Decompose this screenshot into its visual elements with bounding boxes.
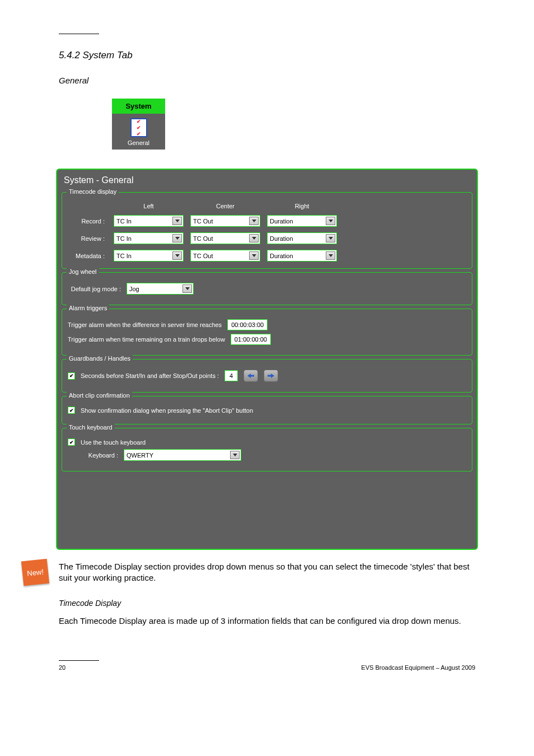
svg-marker-4 — [252, 237, 256, 240]
svg-marker-2 — [329, 220, 333, 222]
select-value: Jog — [129, 286, 139, 292]
svg-marker-5 — [329, 237, 333, 240]
metadata-left-select[interactable]: TC In — [114, 250, 184, 262]
svg-marker-0 — [175, 220, 180, 222]
legend: Timecode display — [67, 188, 119, 195]
footer-rule — [59, 660, 99, 661]
record-center-select[interactable]: TC Out — [190, 215, 260, 227]
select-value: QWERTY — [127, 452, 153, 459]
keyboard-label: Keyboard : — [68, 452, 118, 459]
header-rule — [59, 34, 99, 34]
group-timecode-display: Timecode display Left Center Right Recor… — [62, 192, 472, 269]
guardbands-value[interactable]: 4 — [224, 370, 238, 381]
guardbands-increment-button[interactable] — [264, 370, 278, 382]
system-general-panel: System - General Timecode display Left C… — [56, 169, 478, 550]
footer-text: EVS Broadcast Equipment – August 2009 — [361, 664, 475, 671]
select-value: Duration — [270, 218, 293, 225]
metadata-right-select[interactable]: Duration — [267, 250, 337, 262]
col-header-center: Center — [190, 203, 260, 209]
alarm-server-time-value[interactable]: 00:00:03:00 — [227, 319, 268, 330]
select-value: TC Out — [193, 218, 213, 225]
svg-marker-3 — [175, 237, 180, 240]
select-value: TC Out — [193, 235, 213, 242]
record-right-select[interactable]: Duration — [267, 215, 337, 227]
system-tab-figure: System ✔✔✔ General — [112, 99, 165, 150]
svg-marker-12 — [271, 374, 274, 378]
select-value: Duration — [270, 235, 293, 242]
group-guardbands: Guardbands / Handles ✔ Seconds before St… — [62, 359, 472, 393]
alarm-server-time-label: Trigger alarm when the difference in ser… — [68, 321, 222, 328]
record-left-select[interactable]: TC In — [114, 215, 184, 227]
legend: Guardbands / Handles — [67, 355, 133, 362]
use-touch-keyboard-checkbox[interactable]: ✔ — [68, 438, 75, 446]
chevron-down-icon — [249, 234, 259, 242]
abort-confirmation-checkbox[interactable]: ✔ — [68, 407, 75, 414]
guardbands-decrement-button[interactable] — [243, 370, 258, 382]
guardbands-label: Seconds before Start/In and after Stop/O… — [81, 372, 219, 379]
chevron-down-icon — [249, 217, 259, 225]
panel-title: System - General — [59, 172, 475, 190]
legend: Touch keyboard — [67, 424, 115, 431]
legend: Abort clip confirmation — [67, 392, 132, 399]
group-abort-clip: Abort clip confirmation ✔ Show confirmat… — [62, 396, 472, 424]
chevron-down-icon — [182, 284, 192, 293]
tab-body-general: ✔✔✔ General — [112, 114, 165, 150]
subsection-heading: General — [59, 76, 478, 85]
chevron-down-icon — [230, 451, 240, 459]
svg-marker-8 — [329, 254, 333, 257]
row-label-record: Record : — [68, 218, 107, 225]
alarm-train-time-value[interactable]: 01:00:00:00 — [231, 334, 271, 345]
select-value: TC In — [116, 253, 132, 259]
select-value: TC In — [116, 218, 132, 225]
default-jog-mode-select[interactable]: Jog — [127, 283, 194, 295]
new-badge: New! — [21, 559, 49, 586]
guardbands-checkbox[interactable]: ✔ — [68, 372, 75, 380]
abort-confirmation-label: Show confirmation dialog when pressing t… — [81, 407, 253, 414]
svg-marker-1 — [252, 220, 256, 222]
default-jog-mode-label: Default jog mode : — [68, 286, 121, 292]
select-value: TC In — [116, 235, 132, 242]
chevron-down-icon — [326, 217, 335, 225]
chevron-down-icon — [326, 251, 335, 260]
select-value: TC Out — [193, 253, 213, 259]
row-label-review: Review : — [68, 235, 107, 242]
row-label-metadata: Metadata : — [68, 253, 107, 259]
tab-header-system: System — [112, 99, 165, 114]
use-touch-keyboard-label: Use the touch keyboard — [81, 439, 146, 446]
review-center-select[interactable]: TC Out — [190, 232, 260, 244]
select-value: Duration — [270, 253, 293, 259]
review-right-select[interactable]: Duration — [267, 232, 337, 244]
general-label: General — [113, 139, 164, 146]
chevron-down-icon — [172, 217, 182, 225]
chevron-down-icon — [172, 251, 182, 260]
heading-timecode-display: Timecode Display — [59, 599, 478, 608]
group-touch-keyboard: Touch keyboard ✔ Use the touch keyboard … — [62, 428, 472, 472]
checklist-icon: ✔✔✔ — [130, 118, 147, 137]
review-left-select[interactable]: TC In — [114, 232, 184, 244]
svg-marker-10 — [247, 374, 251, 378]
legend: Alarm triggers — [67, 305, 109, 311]
metadata-center-select[interactable]: TC Out — [190, 250, 260, 262]
chevron-down-icon — [172, 234, 182, 242]
keyboard-layout-select[interactable]: QWERTY — [124, 449, 241, 461]
body-text-1: The Timecode Display section provides dr… — [59, 561, 478, 584]
body-text-2: Each Timecode Display area is made up of… — [59, 615, 478, 627]
section-heading: 5.4.2 System Tab — [59, 50, 478, 61]
svg-rect-11 — [251, 375, 254, 377]
col-header-right: Right — [267, 203, 337, 209]
col-header-left: Left — [114, 203, 184, 209]
svg-rect-13 — [268, 375, 271, 377]
chevron-down-icon — [326, 234, 335, 242]
chevron-down-icon — [249, 251, 259, 260]
alarm-train-time-label: Trigger alarm when time remaining on a t… — [68, 336, 225, 343]
group-jog-wheel: Jog wheel Default jog mode : Jog — [62, 272, 472, 305]
svg-marker-7 — [252, 254, 256, 257]
page-number: 20 — [59, 664, 65, 671]
svg-marker-6 — [175, 254, 180, 257]
svg-marker-9 — [185, 287, 190, 290]
svg-marker-14 — [233, 454, 237, 456]
group-alarm-triggers: Alarm triggers Trigger alarm when the di… — [62, 309, 472, 356]
legend: Jog wheel — [67, 268, 99, 275]
